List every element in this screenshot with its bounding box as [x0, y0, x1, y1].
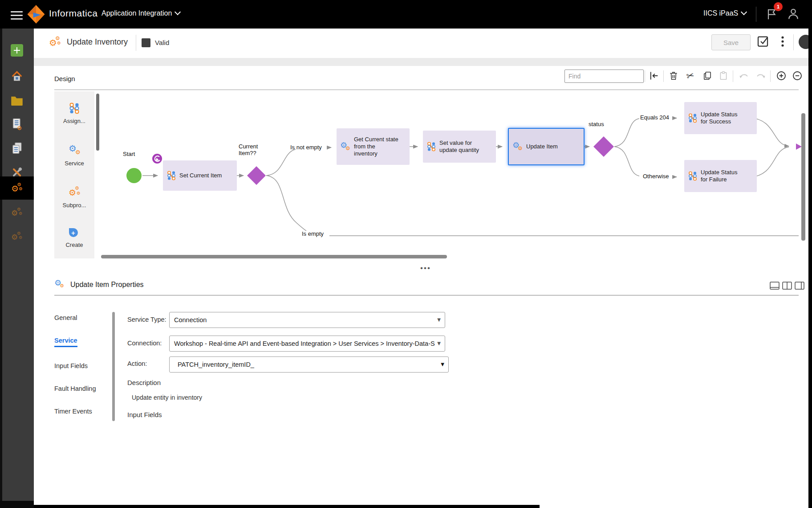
- service-icon: ⚙ ⚙: [54, 279, 66, 291]
- canvas-horizontal-scrollbar[interactable]: [101, 255, 447, 258]
- loop-badge-icon: [151, 153, 163, 164]
- palette-item-label: Subpro...: [54, 202, 94, 209]
- assignment-icon: [688, 171, 698, 181]
- palette-item-create[interactable]: + Create: [54, 227, 94, 248]
- node-label: Update Item: [526, 143, 558, 150]
- gateway-current-item-label: Current Item??: [239, 143, 258, 157]
- kebab-menu-icon[interactable]: [781, 35, 784, 49]
- sidebar-item-connections[interactable]: ⚙ ⚙ ⚙: [0, 226, 34, 247]
- copy-pages-icon: [11, 142, 23, 155]
- plus-icon: [10, 44, 24, 57]
- service-switcher[interactable]: Application Integration: [102, 9, 180, 17]
- gateway-current-item[interactable]: [247, 166, 266, 185]
- connection-select[interactable]: Workshop - Real-time API and Event-based…: [169, 336, 445, 352]
- validate-icon[interactable]: [757, 35, 770, 48]
- user-icon[interactable]: [787, 8, 800, 21]
- cut-button[interactable]: ✂: [685, 70, 696, 82]
- sidebar-item-process-objects[interactable]: ⚙ ⚙ ⚙: [0, 202, 34, 223]
- jump-to-start-icon: [649, 71, 659, 81]
- palette-item-label: Assign...: [54, 118, 94, 124]
- sidebar-item-processes-active[interactable]: ⚙ ⚙ ⚙: [0, 176, 34, 200]
- gateway-status[interactable]: [593, 136, 614, 157]
- node-update-status-success[interactable]: Update Status for Success: [684, 102, 757, 134]
- palette-item-label: Service: [54, 160, 94, 167]
- redo-button[interactable]: [755, 70, 767, 82]
- notification-count: 1: [777, 4, 780, 9]
- jump-to-start-button[interactable]: [648, 70, 660, 82]
- sidebar-item-metadata[interactable]: ⚙: [0, 114, 34, 135]
- gateway-status-label: status: [589, 121, 604, 128]
- start-node[interactable]: [126, 168, 142, 183]
- find-input[interactable]: [564, 70, 644, 83]
- zoom-out-button[interactable]: [792, 70, 803, 82]
- palette-item-assignment[interactable]: Assign...: [54, 102, 94, 124]
- edge-label-otherwise: Otherwise: [643, 173, 669, 180]
- folder-icon: [10, 94, 24, 106]
- node-label: Get Current state from the inventory: [354, 136, 398, 158]
- design-toolbar-divider: [733, 70, 733, 82]
- paste-button[interactable]: [718, 70, 729, 82]
- tab-service[interactable]: Service: [54, 337, 77, 347]
- save-button[interactable]: Save: [711, 34, 751, 50]
- delete-button[interactable]: [668, 70, 679, 82]
- sidebar-item-explore[interactable]: [0, 90, 34, 111]
- service-type-select[interactable]: Connection ▼: [169, 312, 445, 328]
- window-bottom-edge: [0, 505, 540, 508]
- assignment-icon: [688, 113, 698, 123]
- create-icon: +: [69, 227, 80, 238]
- palette-item-service[interactable]: ⚙ ⚙ Service: [54, 144, 94, 167]
- node-update-status-failure[interactable]: Update Status for Failure: [684, 160, 757, 192]
- undo-button[interactable]: [738, 70, 750, 82]
- left-nav-sidebar: ⚙ ⚙ ⚙ ⚙ ⚙ ⚙ ⚙ ⚙ ⚙ ⚙: [0, 29, 34, 508]
- palette-scrollbar[interactable]: [96, 94, 99, 151]
- layout-side-panel-icon[interactable]: [795, 282, 804, 290]
- action-select[interactable]: PATCH_inventory_itemID_ ▼: [169, 356, 449, 373]
- service-icon: ⚙ ⚙: [68, 144, 81, 156]
- assignment-icon: [426, 142, 436, 152]
- panel-splitter-handle[interactable]: •••: [420, 264, 431, 273]
- tab-fault-handling[interactable]: Fault Handling: [54, 385, 96, 392]
- palette-item-label: Create: [54, 242, 94, 248]
- node-label: Update Status for Success: [701, 111, 743, 126]
- org-selector[interactable]: IICS iPaaS: [703, 9, 746, 17]
- paste-icon: [719, 71, 728, 81]
- new-asset-button[interactable]: [0, 40, 34, 61]
- tab-input-fields[interactable]: Input Fields: [54, 362, 88, 369]
- node-set-current-item[interactable]: Set Current Item: [163, 160, 237, 191]
- action-value: PATCH_inventory_itemID_: [178, 361, 254, 368]
- tabs-scrollbar[interactable]: [112, 312, 115, 421]
- tab-general[interactable]: General: [54, 314, 77, 321]
- chevron-down-icon: [175, 9, 181, 15]
- toolbar-divider: [793, 34, 794, 50]
- action-label: Action:: [127, 360, 147, 367]
- service-type-value: Connection: [174, 316, 207, 324]
- description-value: Update entity in inventory: [132, 394, 202, 401]
- hamburger-menu-icon[interactable]: [11, 9, 23, 22]
- page-title: Update Inventory: [67, 37, 128, 47]
- brand-name: Informatica: [49, 8, 97, 19]
- node-get-current-state[interactable]: ⚙⚙ Get Current state from the inventory: [337, 128, 410, 165]
- layout-split-icon[interactable]: [782, 282, 792, 290]
- copy-button[interactable]: [702, 70, 713, 82]
- assignment-icon: [69, 102, 80, 114]
- zoom-in-button[interactable]: [775, 70, 787, 82]
- tab-timer-events[interactable]: Timer Events: [54, 408, 92, 415]
- node-update-item[interactable]: ⚙⚙ Update Item: [508, 128, 585, 165]
- input-fields-label: Input Fields: [127, 411, 162, 418]
- window-right-edge: [808, 0, 812, 508]
- chevron-down-icon: ▼: [437, 341, 441, 346]
- edge-label-is-empty: Is empty: [302, 231, 324, 238]
- palette-item-subprocess[interactable]: ⚙ ⚙ ⚙ Subpro...: [54, 186, 94, 209]
- canvas-vertical-scrollbar[interactable]: [801, 113, 805, 241]
- gears-icon: ⚙ ⚙ ⚙: [11, 182, 23, 194]
- asset-toolbar: ⚙ ⚙ ⚙ Update Inventory Valid Save: [34, 29, 812, 58]
- node-set-value[interactable]: Set value for update quantity: [423, 131, 496, 163]
- layout-maximize-icon[interactable]: [770, 282, 780, 290]
- sidebar-item-home[interactable]: [0, 66, 34, 86]
- zoom-in-icon: [776, 70, 787, 81]
- gateway-label-line2: Item??: [239, 150, 258, 157]
- org-selector-label: IICS iPaaS: [703, 9, 738, 17]
- sidebar-item-assets[interactable]: [0, 138, 34, 159]
- connection-label: Connection:: [127, 340, 162, 347]
- node-label: Set value for update quantity: [439, 139, 484, 154]
